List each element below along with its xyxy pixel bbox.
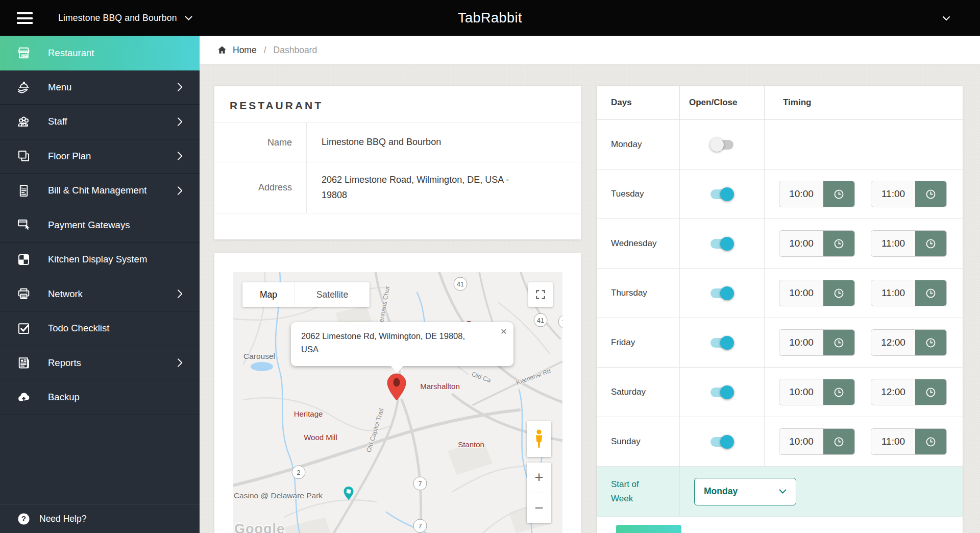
open-close-toggle-friday[interactable] [710, 338, 733, 348]
open-time-picker-button[interactable] [823, 379, 854, 405]
hamburger-menu-icon[interactable] [17, 12, 33, 24]
open-time-value[interactable]: 10:00 [779, 280, 823, 306]
google-map[interactable]: ArundelDuncanMarshalltonHeritageWood Mil… [233, 272, 562, 533]
sidebar-item-bill-chit-management[interactable]: Bill & Chit Management [0, 174, 200, 208]
close-icon[interactable]: × [501, 325, 507, 337]
open-close-toggle-monday[interactable] [710, 140, 733, 150]
close-time-value[interactable]: 11:00 [871, 280, 915, 306]
open-close-toggle-tuesday[interactable] [710, 189, 733, 199]
close-time-value[interactable]: 11:00 [871, 181, 915, 207]
close-time-picker-button[interactable] [915, 429, 946, 454]
restaurant-selector[interactable]: Limestone BBQ and Bourbon [58, 0, 192, 36]
sidebar-item-label: Payment Gateways [48, 220, 130, 231]
close-time-value[interactable]: 12:00 [871, 330, 915, 355]
chevron-right-icon [177, 82, 183, 92]
open-close-toggle-wednesday[interactable] [710, 239, 733, 249]
close-time-picker-button[interactable] [915, 379, 946, 405]
sidebar-item-menu[interactable]: Menu [0, 70, 200, 105]
clock-icon [833, 238, 845, 250]
open-time-input-saturday[interactable]: 10:00 [779, 379, 854, 405]
hours-row-saturday: Saturday10:0012:00 [597, 368, 963, 417]
start-of-week-select[interactable]: Monday [694, 478, 796, 505]
open-time-input-friday[interactable]: 10:00 [779, 330, 854, 355]
zoom-in-button[interactable]: + [527, 463, 551, 493]
open-time-picker-button[interactable] [823, 280, 854, 306]
open-time-picker-button[interactable] [823, 330, 854, 355]
close-time-input-tuesday[interactable]: 11:00 [871, 181, 946, 207]
sidebar-item-network[interactable]: Network [0, 277, 200, 312]
close-time-input-wednesday[interactable]: 11:00 [871, 231, 946, 256]
route-badge-2: 2 [292, 466, 306, 479]
restaurant-card-title: RESTAURANT [214, 86, 581, 123]
chevron-down-icon [779, 489, 787, 494]
map-area-label-casino-delaware-park: Casino @ Delaware Park [234, 491, 323, 500]
open-time-value[interactable]: 10:00 [779, 379, 823, 405]
app-title: TabRabbit [458, 0, 522, 36]
sidebar-item-label: Bill & Chit Management [48, 185, 146, 196]
svg-text:?: ? [21, 515, 26, 523]
open-time-input-thursday[interactable]: 10:00 [779, 280, 854, 306]
chevron-down-icon [185, 16, 192, 20]
fullscreen-button[interactable] [528, 282, 553, 307]
sidebar-item-reports[interactable]: Reports [0, 346, 200, 381]
sidebar-item-payment-gateways[interactable]: Payment Gateways [0, 208, 200, 243]
open-time-picker-button[interactable] [823, 231, 854, 256]
toggle-knob [720, 336, 734, 350]
close-time-input-saturday[interactable]: 12:00 [871, 379, 946, 405]
save-button[interactable] [616, 525, 681, 533]
sidebar-item-staff[interactable]: Staff [0, 105, 200, 139]
close-time-input-friday[interactable]: 12:00 [871, 330, 946, 355]
cloche-icon [16, 79, 32, 95]
days-column-header: Days [597, 86, 680, 119]
breadcrumb-home-link[interactable]: Home [233, 45, 257, 56]
open-time-picker-button[interactable] [823, 181, 854, 207]
sidebar-item-label: Restaurant [48, 47, 94, 59]
open-time-value[interactable]: 10:00 [779, 330, 823, 355]
open-close-toggle-saturday[interactable] [710, 387, 733, 397]
display-grid-icon [16, 252, 32, 268]
day-label: Wednesday [597, 219, 680, 268]
sidebar-item-restaurant[interactable]: Restaurant [0, 36, 200, 70]
map-town-label-wood-mill: Wood Mill [304, 433, 337, 442]
hours-row-monday: Monday [597, 120, 963, 169]
sidebar-item-todo-checklist[interactable]: Todo Checklist [0, 311, 200, 346]
satellite-view-button[interactable]: Satellite [295, 282, 370, 307]
open-time-value[interactable]: 10:00 [779, 429, 823, 454]
restaurant-address-row: Address 2062 Limestone Road, Wilmington,… [214, 162, 581, 213]
close-time-input-sunday[interactable]: 11:00 [871, 429, 946, 454]
pegman-control[interactable] [527, 421, 551, 457]
close-time-picker-button[interactable] [915, 231, 946, 256]
route-badge-7: 7 [413, 477, 427, 491]
close-time-value[interactable]: 11:00 [871, 429, 915, 454]
open-close-toggle-sunday[interactable] [710, 437, 733, 447]
casino-marker-icon[interactable] [344, 487, 354, 500]
zoom-out-button[interactable]: − [527, 493, 551, 523]
open-time-value[interactable]: 10:00 [779, 181, 823, 207]
open-time-value[interactable]: 10:00 [779, 231, 823, 256]
receipt-icon [16, 183, 32, 199]
hours-row-thursday: Thursday10:0011:00 [597, 269, 963, 318]
toggle-knob [720, 187, 734, 201]
sidebar-item-backup[interactable]: Backup [0, 380, 200, 415]
sidebar-item-label: Network [48, 288, 83, 300]
close-time-picker-button[interactable] [915, 181, 946, 207]
close-time-picker-button[interactable] [915, 330, 946, 355]
close-time-value[interactable]: 12:00 [871, 379, 915, 405]
start-of-week-label: Start of Week [611, 477, 655, 505]
close-time-input-thursday[interactable]: 11:00 [871, 280, 946, 306]
cloud-upload-icon [16, 390, 32, 405]
map-view-button[interactable]: Map [242, 282, 295, 307]
chevron-down-icon[interactable] [942, 16, 950, 21]
sidebar-item-floor-plan[interactable]: Floor Plan [0, 139, 200, 174]
open-time-picker-button[interactable] [823, 429, 854, 454]
open-time-input-wednesday[interactable]: 10:00 [779, 231, 854, 256]
route-badge-41: 41 [534, 313, 548, 327]
open-close-toggle-thursday[interactable] [710, 288, 733, 298]
close-time-picker-button[interactable] [915, 280, 946, 306]
open-time-input-sunday[interactable]: 10:00 [779, 429, 854, 454]
open-time-input-tuesday[interactable]: 10:00 [779, 181, 854, 207]
need-help-button[interactable]: ? Need Help? [0, 504, 200, 533]
sidebar-item-kitchen-display-system[interactable]: Kitchen Display System [0, 243, 200, 277]
close-time-value[interactable]: 11:00 [871, 231, 915, 256]
map-marker-icon[interactable] [387, 373, 406, 401]
